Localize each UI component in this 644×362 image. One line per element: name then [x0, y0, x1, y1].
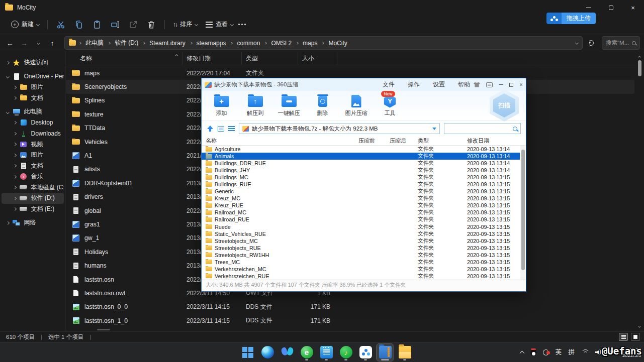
taskbar-app[interactable]	[298, 344, 315, 361]
sidebar-item[interactable]: 音乐	[2, 171, 64, 182]
maximize-button[interactable]	[600, 0, 622, 15]
zip-file-row[interactable]: Agriculture 文件夹 2020-09-13 13:14	[202, 146, 520, 153]
zip-file-row[interactable]: Static_Vehicles_RUE 文件夹 2020-09-13 13:15	[202, 230, 520, 237]
sync-tray-icon[interactable]	[543, 349, 549, 355]
sidebar-item[interactable]: 图片	[2, 150, 64, 161]
expand-chevron-icon[interactable]	[13, 96, 16, 99]
scrollbar-thumb[interactable]	[638, 60, 641, 76]
expand-chevron-icon[interactable]	[13, 197, 16, 200]
breadcrumb-label[interactable]: common	[235, 39, 261, 48]
zip-file-row[interactable]: Kreuz_RUE 文件夹 2020-09-13 13:15	[202, 202, 520, 209]
sidebar-item[interactable]: 文档 (E:)	[2, 204, 64, 215]
search-input[interactable]: 搜索"M...	[602, 36, 640, 50]
sidebar-item[interactable]: Desktop	[2, 117, 64, 129]
expand-chevron-icon[interactable]	[13, 154, 16, 157]
sidebar-item[interactable]: 文档	[2, 161, 64, 172]
qq-tray-icon[interactable]	[530, 349, 536, 356]
zip-tool-button[interactable]: 图片压缩	[339, 95, 373, 117]
menu-item[interactable]: 操作	[408, 80, 420, 89]
wifi-icon[interactable]	[581, 349, 589, 355]
netdisk-drag-upload-button[interactable]: 拖拽上传	[546, 13, 596, 24]
zip-file-row[interactable]: Streetobjects_RUE 文件夹 2020-09-13 13:15	[202, 245, 520, 252]
zip-file-row[interactable]: Animals 文件夹 2020-09-13 13:14	[202, 153, 520, 160]
zip-file-row[interactable]: Ruede 文件夹 2020-09-13 13:15	[202, 223, 520, 230]
file-row[interactable]: laststn.osn_1_0 2022/3/11 14:15 DDS 文件 1…	[66, 314, 634, 327]
zip-search-input[interactable]	[444, 123, 521, 134]
forward-button[interactable]: →	[18, 37, 30, 49]
icons-view-icon[interactable]	[218, 126, 224, 132]
zip-column-header[interactable]: 压缩后	[390, 137, 418, 145]
zip-file-row[interactable]: Buildings_RUE 文件夹 2020-09-13 13:15	[202, 181, 520, 188]
zip-file-row[interactable]: Verkehrszeichen_MC 文件夹 2020-09-13 13:15	[202, 266, 520, 273]
sidebar-item[interactable]: 文档	[2, 93, 64, 104]
expand-chevron-icon[interactable]	[13, 175, 16, 178]
zip-tool-button[interactable]: New 工具	[373, 95, 407, 117]
list-view-icon[interactable]	[228, 128, 235, 129]
zip-scrollbar-thumb[interactable]	[521, 150, 525, 270]
recent-locations-button[interactable]	[32, 37, 44, 49]
zip-minimize-button[interactable]	[499, 84, 503, 85]
hidden-icons-chevron[interactable]	[520, 350, 525, 355]
expand-chevron-icon[interactable]	[6, 61, 9, 64]
column-header-size[interactable]: 大小	[298, 52, 337, 65]
feedback-icon[interactable]	[486, 82, 493, 87]
breadcrumb-item[interactable]: 此电脑	[79, 38, 105, 48]
sidebar-item[interactable]: 本地磁盘 (C:)	[2, 182, 64, 193]
zip-close-button[interactable]: ×	[519, 82, 523, 88]
breadcrumb-item[interactable]: maps	[296, 39, 319, 48]
vertical-scrollbar[interactable]	[635, 52, 644, 331]
zip-tool-button[interactable]: 解压到	[238, 95, 272, 117]
breadcrumb[interactable]: 此电脑 软件 (D:) SteamLibrary	[64, 36, 583, 50]
taskbar-app[interactable]	[337, 344, 354, 361]
zip-tool-button[interactable]: 一键解压	[272, 95, 306, 117]
breadcrumb-item[interactable]: 软件 (D:)	[108, 38, 140, 48]
zip-column-header[interactable]: 名称	[206, 137, 358, 145]
sidebar-item[interactable]: Downloads	[2, 128, 64, 139]
view-button[interactable]: 查看	[202, 17, 237, 32]
archive-path-combobox[interactable]: 缺少景物下载本景物包.7z - 解包大小为 922.3 MB	[239, 123, 440, 134]
zip-file-row[interactable]: Railroad_RUE 文件夹 2020-09-13 13:15	[202, 216, 520, 223]
zip-maximize-button[interactable]	[509, 83, 513, 87]
large-icons-view-toggle[interactable]	[631, 333, 640, 341]
sidebar-item[interactable]: OneDrive - Persona	[2, 71, 64, 82]
zip-file-row[interactable]: Buildings_DDR_RUE 文件夹 2020-09-13 13:14	[202, 160, 520, 167]
file-row[interactable]: laststn.osn_0_0 2022/3/11 14:15 DDS 文件 1…	[66, 300, 634, 314]
expand-chevron-icon[interactable]	[6, 221, 9, 224]
volume-icon[interactable]	[595, 349, 602, 355]
sidebar-item[interactable]: 视频	[2, 139, 64, 150]
zip-column-header[interactable]: 压缩前	[358, 137, 390, 145]
new-button[interactable]: 新建	[7, 17, 43, 32]
rename-button[interactable]	[106, 17, 124, 32]
zip-file-row[interactable]: Buildings_JHY 文件夹 2020-09-13 13:14	[202, 167, 520, 174]
zip-tool-button[interactable]: 删除	[306, 95, 339, 117]
breadcrumb-label[interactable]: SteamLibrary	[148, 39, 187, 48]
see-more-button[interactable]	[237, 17, 247, 32]
ime-pinyin-indicator[interactable]: 拼	[569, 348, 575, 356]
close-button[interactable]: ×	[622, 0, 644, 15]
details-view-toggle[interactable]	[619, 333, 628, 341]
zip-file-row[interactable]: Buildings_MC 文件夹 2020-09-13 13:15	[202, 174, 520, 181]
zip-column-header[interactable]: 修改日期	[467, 137, 526, 145]
sort-button[interactable]: 排序	[169, 17, 202, 32]
paste-button[interactable]	[88, 17, 106, 32]
taskbar-app[interactable]	[357, 344, 374, 361]
skin-icon[interactable]	[474, 82, 480, 87]
scroll-up-arrow[interactable]	[638, 56, 641, 59]
combo-dropdown-caret[interactable]	[432, 128, 436, 132]
taskbar-app[interactable]	[377, 344, 394, 361]
column-header-date[interactable]: 修改日期	[182, 52, 242, 65]
up-level-icon[interactable]	[207, 125, 214, 132]
breadcrumb-label[interactable]: 此电脑	[84, 38, 105, 48]
address-dropdown-chevron[interactable]	[575, 41, 579, 45]
zip-tool-button[interactable]: 添加	[205, 95, 238, 117]
expand-chevron-icon[interactable]	[13, 186, 16, 189]
breadcrumb-label[interactable]: steamapps	[195, 39, 228, 48]
sidebar-item[interactable]: 快速访问	[2, 57, 64, 68]
share-button[interactable]	[124, 17, 142, 32]
scroll-down-arrow[interactable]	[638, 325, 641, 328]
zip-scrollbar-track[interactable]	[520, 146, 525, 280]
ime-english-indicator[interactable]: 英	[556, 348, 562, 356]
menu-item[interactable]: 设置	[433, 80, 445, 89]
expand-chevron-icon[interactable]	[6, 75, 9, 78]
back-button[interactable]: ←	[4, 37, 16, 49]
